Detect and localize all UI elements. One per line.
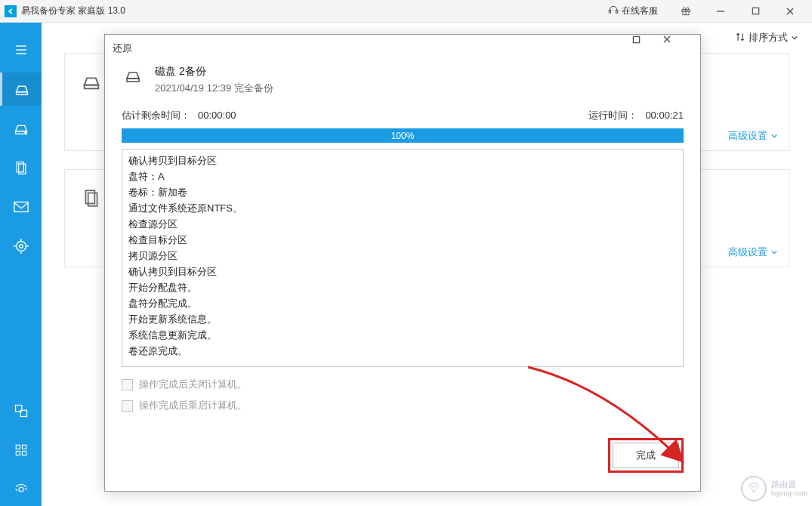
log-line: 开始分配盘符。 <box>128 279 677 295</box>
sort-icon <box>735 32 746 45</box>
checkbox-icon[interactable] <box>122 379 133 390</box>
advanced-settings-link[interactable]: 高级设置 <box>728 129 778 143</box>
log-line: 检查源分区 <box>128 216 677 232</box>
log-line: 卷标：新加卷 <box>128 184 677 200</box>
log-line: 检查目标分区 <box>128 232 677 248</box>
file-icon <box>79 185 104 211</box>
log-textarea[interactable]: 确认拷贝到目标分区盘符：A卷标：新加卷通过文件系统还原NTFS。检查源分区检查目… <box>122 149 684 367</box>
maximize-button[interactable] <box>738 0 773 23</box>
log-line: 盘符：A <box>128 168 677 184</box>
svg-rect-25 <box>16 445 20 449</box>
log-line: 拷贝源分区 <box>128 248 677 264</box>
dialog-header: 磁盘 2备份 2021/04/19 12:39 完全备份 <box>105 62 700 103</box>
chevron-down-icon <box>791 32 798 44</box>
svg-point-17 <box>16 242 26 251</box>
svg-rect-5 <box>752 8 758 14</box>
watermark: 路由器 luyouqi.com <box>741 476 807 501</box>
svg-rect-33 <box>633 36 639 42</box>
shutdown-label: 操作完成后关闭计算机。 <box>139 378 247 391</box>
headset-icon <box>608 5 619 17</box>
advanced-settings-link[interactable]: 高级设置 <box>728 245 778 259</box>
dialog-titlebar: 还原 <box>105 35 700 62</box>
log-line: 系统信息更新完成。 <box>128 327 677 343</box>
sidebar-target-icon[interactable] <box>0 230 42 263</box>
log-line: 确认拷贝到目标分区 <box>128 264 677 279</box>
gift-button[interactable] <box>668 0 703 23</box>
chevron-down-icon <box>770 247 778 258</box>
sidebar-disk-backup-icon[interactable] <box>0 73 42 106</box>
svg-rect-11 <box>17 92 28 95</box>
svg-rect-28 <box>22 452 26 455</box>
svg-rect-26 <box>22 445 26 449</box>
dialog-title: 还原 <box>113 42 132 55</box>
reboot-label: 操作完成后重启计算机。 <box>139 399 247 412</box>
sidebar-apps-icon[interactable] <box>0 433 42 467</box>
sidebar-system-backup-icon[interactable] <box>0 112 42 145</box>
content-area: 排序方式 高级设置 <box>42 23 812 506</box>
svg-rect-30 <box>85 85 99 89</box>
backup-name: 磁盘 2备份 <box>155 65 273 79</box>
disk-icon <box>122 65 144 86</box>
app-title: 易我备份专家 家庭版 13.0 <box>21 5 125 17</box>
finish-highlight: 完成 <box>608 438 684 473</box>
minimize-button[interactable] <box>703 0 738 23</box>
restore-dialog: 还原 磁盘 2备份 2021/04/19 12:39 完全备份 <box>104 34 701 492</box>
reboot-option[interactable]: 操作完成后重启计算机。 <box>122 399 684 412</box>
svg-rect-27 <box>16 452 20 455</box>
est-time-value: 00:00:00 <box>198 110 236 121</box>
log-line: 盘符分配完成。 <box>128 295 677 311</box>
sidebar-file-backup-icon[interactable] <box>0 151 42 184</box>
shutdown-option[interactable]: 操作完成后关闭计算机。 <box>122 378 684 391</box>
online-cs-label: 在线客服 <box>622 5 658 17</box>
progress-bar: 100% <box>122 128 684 143</box>
sidebar-settings-icon[interactable] <box>0 473 42 506</box>
router-icon <box>741 476 767 501</box>
dialog-footer: 完成 <box>105 424 700 491</box>
est-time-label: 估计剩余时间： <box>122 109 190 122</box>
sidebar-clone-icon[interactable] <box>0 394 42 427</box>
svg-rect-36 <box>127 79 139 82</box>
app-titlebar: 易我备份专家 家庭版 13.0 在线客服 <box>0 0 812 23</box>
svg-point-29 <box>19 487 23 492</box>
sidebar <box>0 23 42 506</box>
progress-text: 100% <box>391 131 415 141</box>
sort-label: 排序方式 <box>749 31 788 45</box>
log-line: 通过文件系统还原NTFS。 <box>128 200 677 216</box>
post-options: 操作完成后关闭计算机。 操作完成后重启计算机。 <box>105 373 700 424</box>
log-line: 确认拷贝到目标分区 <box>128 153 677 168</box>
chevron-down-icon <box>770 131 778 142</box>
dialog-maximize-button[interactable] <box>632 35 662 62</box>
app-logo-icon <box>5 5 17 17</box>
svg-rect-16 <box>14 202 27 212</box>
svg-point-18 <box>19 245 23 248</box>
sort-button[interactable]: 排序方式 <box>735 31 798 45</box>
disk-icon <box>79 69 104 94</box>
backup-sub: 2021/04/19 12:39 完全备份 <box>155 82 273 95</box>
sidebar-mail-backup-icon[interactable] <box>0 190 42 224</box>
log-line: 开始更新系统信息。 <box>128 311 677 327</box>
online-cs-link[interactable]: 在线客服 <box>608 5 658 17</box>
svg-point-37 <box>753 490 755 492</box>
log-line: 卷还原完成。 <box>128 343 677 359</box>
close-button[interactable] <box>773 0 807 23</box>
finish-button[interactable]: 完成 <box>613 443 679 468</box>
sidebar-menu-icon[interactable] <box>0 33 42 66</box>
dialog-close-button[interactable] <box>662 35 693 62</box>
time-row: 估计剩余时间： 00:00:00 运行时间： 00:00:21 <box>105 103 700 125</box>
run-time-label: 运行时间： <box>588 109 638 122</box>
run-time-value: 00:00:21 <box>645 110 684 121</box>
svg-point-13 <box>24 131 26 133</box>
checkbox-icon[interactable] <box>122 400 133 412</box>
